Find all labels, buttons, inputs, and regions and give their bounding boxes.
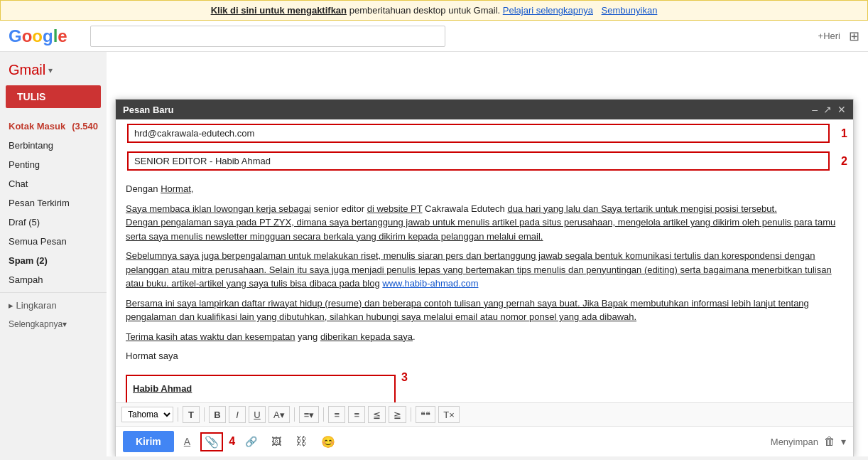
blog-link[interactable]: www.habib-ahmad.com — [382, 278, 478, 289]
notification-learn-more[interactable]: Pelajari selengkapnya — [503, 5, 593, 16]
to-field-container — [127, 124, 830, 143]
attach-file-button[interactable]: 📎 — [200, 432, 223, 451]
font-size-button[interactable]: T — [183, 406, 200, 423]
saving-text: Menyimpan — [771, 437, 818, 447]
link-button[interactable]: ⛓ — [291, 432, 311, 451]
chat-label: Chat — [9, 178, 28, 189]
starred-label: Berbintang — [9, 140, 53, 151]
align-button[interactable]: ≡▾ — [299, 406, 320, 423]
close-icon[interactable]: ✕ — [837, 104, 846, 115]
drafts-label: Draf (5) — [9, 217, 40, 228]
header-plus-heri: +Heri — [818, 31, 840, 41]
compose-modal-header: Pesan Baru – ↗ ✕ — [116, 100, 853, 119]
sent-label: Pesan Terkirim — [9, 198, 70, 208]
body-para-2: Sebelumnya saya juga berpengalaman untuk… — [126, 249, 843, 291]
toolbar-separator-4 — [323, 407, 324, 422]
unordered-list-button[interactable]: ≡ — [348, 406, 365, 423]
font-family-select[interactable]: Tahoma — [121, 407, 173, 422]
header-search — [90, 26, 445, 47]
sidebar-item-starred[interactable]: Berbintang — [0, 136, 107, 155]
delete-draft-button[interactable]: 🗑 — [824, 435, 835, 448]
text-color-action-button[interactable]: A — [180, 433, 195, 450]
indent-increase-button[interactable]: ≧ — [389, 406, 406, 423]
google-logo: Google — [9, 26, 67, 46]
compose-header-controls: – ↗ ✕ — [812, 104, 846, 115]
emoji-button[interactable]: 😊 — [317, 432, 340, 451]
notification-bar: Klik di sini untuk mengaktifkan pemberit… — [0, 0, 868, 21]
signature-spacer — [133, 398, 389, 402]
toolbar-separator-2 — [204, 407, 205, 422]
insert-photo-button[interactable]: 🖼 — [267, 433, 286, 450]
indent-decrease-button[interactable]: ≦ — [368, 406, 386, 423]
label-4: 4 — [229, 435, 235, 448]
compose-toolbar: Tahoma T B I U A▾ ≡▾ ≡ ≡ ≦ ≧ ❝❝ T× — [116, 402, 853, 426]
signature-box: Habib Ahmad Jl. Cempaka Putih Kav 5 No 7… — [126, 375, 396, 403]
label-1: 1 — [841, 127, 847, 140]
body-para-3: Bersama ini saya lampirkan daftar riwaya… — [126, 296, 843, 324]
notification-cta[interactable]: Klik di sini untuk mengaktifkan — [211, 5, 347, 16]
sidebar-item-more[interactable]: Selengkapnya▾ — [0, 315, 107, 333]
sidebar-divider — [0, 292, 107, 293]
actions-right: Menyimpan 🗑 ▾ — [771, 435, 846, 448]
clear-format-button[interactable]: T× — [438, 406, 460, 423]
toolbar-separator-3 — [294, 407, 295, 422]
body-salutation: Dengan Hormat, — [126, 182, 843, 196]
more-label: Selengkapnya▾ — [9, 319, 67, 329]
toolbar-separator-5 — [411, 407, 411, 422]
main-layout: Gmail ▾ TULIS Kotak Masuk (3.540 Berbint… — [0, 52, 868, 456]
gmail-text: Gmail — [9, 62, 45, 78]
gmail-caret-icon[interactable]: ▾ — [48, 65, 53, 75]
body-closing: Terima kasih atas waktu dan kesempatan y… — [126, 330, 843, 344]
bold-button[interactable]: B — [209, 406, 226, 423]
text-color-button[interactable]: A▾ — [268, 406, 290, 423]
compose-actions: Kirim A 📎 4 🔗 🖼 ⛓ 😊 Menyimpan 🗑 ▾ — [116, 426, 853, 456]
header: Google +Heri ⊞ — [0, 21, 868, 52]
compose-body-area[interactable]: Dengan Hormat, Saya membaca iklan lowong… — [116, 175, 853, 402]
compose-modal-title: Pesan Baru — [123, 105, 174, 115]
toolbar-separator-1 — [178, 407, 178, 422]
compose-modal: Pesan Baru – ↗ ✕ 1 2 — [115, 99, 854, 456]
apps-grid-icon[interactable]: ⊞ — [849, 28, 859, 44]
sidebar-item-trash[interactable]: Sampah — [0, 270, 107, 289]
sidebar-item-sent[interactable]: Pesan Terkirim — [0, 193, 107, 213]
send-button[interactable]: Kirim — [123, 431, 174, 452]
inbox-count: (3.540 — [72, 121, 98, 132]
minimize-icon[interactable]: – — [812, 104, 818, 115]
notification-hide[interactable]: Sembunyikan — [602, 5, 658, 16]
all-mail-label: Semua Pesan — [9, 236, 67, 247]
signature-name: Habib Ahmad — [133, 382, 389, 396]
inbox-label: Kotak Masuk — [9, 121, 65, 132]
sidebar-item-chat[interactable]: Chat — [0, 174, 107, 193]
sidebar-item-spam[interactable]: Spam (2) — [0, 251, 107, 270]
to-input[interactable] — [134, 128, 823, 139]
quote-button[interactable]: ❝❝ — [416, 406, 435, 423]
content-area: Pesan Baru – ↗ ✕ 1 2 — [107, 52, 868, 456]
label-3: 3 — [401, 369, 408, 386]
underline-button[interactable]: U — [249, 406, 266, 423]
body-para-1: Saya membaca iklan lowongan kerja sebaga… — [126, 202, 843, 244]
more-options-button[interactable]: ▾ — [841, 436, 846, 447]
circles-label: ▸ Lingkaran — [9, 300, 57, 311]
sidebar-item-important[interactable]: Penting — [0, 155, 107, 174]
compose-button[interactable]: TULIS — [6, 85, 101, 108]
sidebar-item-circles[interactable]: ▸ Lingkaran — [0, 296, 107, 315]
body-regards: Hormat saya — [126, 349, 843, 363]
label-2: 2 — [841, 155, 847, 168]
header-right: +Heri ⊞ — [818, 28, 859, 44]
important-label: Penting — [9, 159, 40, 170]
ordered-list-button[interactable]: ≡ — [328, 406, 345, 423]
notification-text: pemberitahuan desktop untuk Gmail. — [349, 5, 500, 16]
trash-label: Sampah — [9, 274, 43, 285]
insert-link-button[interactable]: 🔗 — [241, 433, 261, 450]
expand-icon[interactable]: ↗ — [823, 104, 832, 115]
spam-label: Spam (2) — [9, 255, 48, 266]
italic-button[interactable]: I — [229, 406, 246, 423]
gmail-app-label: Gmail ▾ — [0, 58, 107, 82]
sidebar: Gmail ▾ TULIS Kotak Masuk (3.540 Berbint… — [0, 52, 107, 456]
sidebar-item-all-mail[interactable]: Semua Pesan — [0, 232, 107, 251]
search-input[interactable] — [90, 26, 445, 47]
sidebar-item-drafts[interactable]: Draf (5) — [0, 213, 107, 232]
subject-field-container — [127, 151, 830, 171]
subject-input[interactable] — [134, 156, 823, 166]
sidebar-item-inbox[interactable]: Kotak Masuk (3.540 — [0, 117, 107, 136]
